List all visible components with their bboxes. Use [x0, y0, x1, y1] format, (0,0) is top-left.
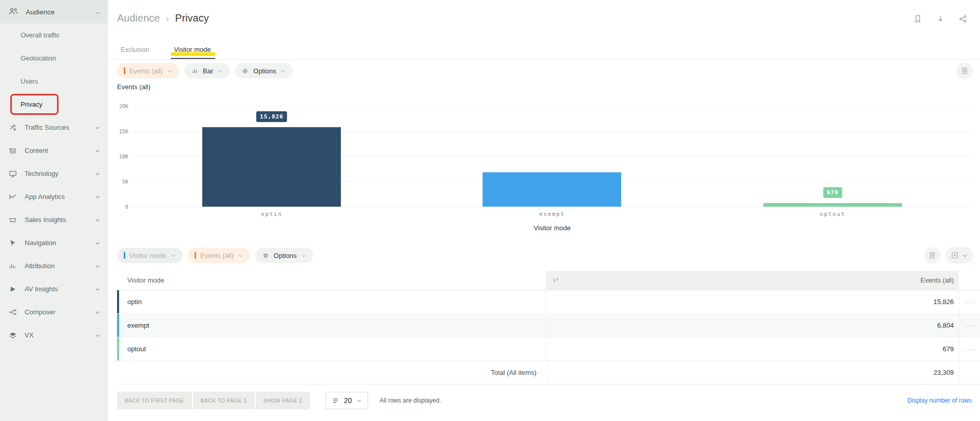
- chevron-down-icon: [301, 253, 306, 258]
- rows-per-page-select[interactable]: 20: [325, 392, 369, 409]
- sidebar-item-sales-insights[interactable]: Sales Insights: [0, 208, 108, 231]
- column-header-visitor-mode[interactable]: Visitor mode: [117, 271, 546, 290]
- bar[interactable]: [202, 127, 341, 207]
- chevron-down-icon: [94, 217, 101, 223]
- metric-color-bar: [124, 67, 125, 74]
- sidebar-item-geolocation[interactable]: Geolocation: [0, 47, 108, 70]
- x-tick: exempt: [412, 211, 692, 217]
- bookmark-icon[interactable]: [913, 14, 923, 24]
- bar[interactable]: [483, 172, 621, 207]
- active-tab-underline: [171, 58, 215, 59]
- bar-value-badge: 15,826: [256, 111, 287, 122]
- sidebar-item-composer[interactable]: Composer: [0, 300, 108, 324]
- export-chart-button[interactable]: [956, 63, 973, 79]
- chevron-down-icon: [280, 68, 286, 74]
- main-content: Audience › Privacy Exclusion Visitor mod…: [108, 0, 980, 421]
- sidebar-item-attribution[interactable]: Attribution: [0, 254, 108, 277]
- back-to-first-page-button[interactable]: BACK TO FIRST PAGE: [117, 392, 192, 409]
- x-tick: optin: [131, 211, 412, 217]
- collapse-icon[interactable]: –: [95, 8, 100, 16]
- chevron-down-icon: [94, 309, 101, 315]
- bar-column-exempt: [412, 106, 692, 207]
- sidebar-item-traffic-sources[interactable]: Traffic Sources: [0, 116, 108, 139]
- plot-area: 20K 15K 10K 5K 0 15,826 679: [131, 106, 973, 207]
- table-options-button[interactable]: Options: [255, 248, 313, 263]
- vx-icon: [8, 331, 17, 340]
- chevron-down-icon: [356, 398, 362, 404]
- sidebar-item-overall-traffic[interactable]: Overall traffic: [0, 24, 108, 47]
- bar[interactable]: [763, 203, 902, 207]
- breadcrumb-parent[interactable]: Audience: [117, 12, 160, 24]
- sidebar-item-label: Audience: [26, 8, 54, 16]
- people-icon: [8, 7, 18, 17]
- download-table-button[interactable]: [946, 247, 973, 264]
- metric-selector[interactable]: Events (all): [117, 63, 179, 78]
- sort-descending-icon[interactable]: [552, 276, 560, 284]
- row-value: 6,804: [937, 322, 954, 329]
- total-value: 23,309: [933, 369, 954, 376]
- table-row[interactable]: optout 679 ···: [117, 337, 980, 361]
- export-table-button[interactable]: [924, 247, 940, 264]
- sidebar-item-av-insights[interactable]: AV Insights: [0, 277, 108, 300]
- sidebar-item-audience[interactable]: Audience –: [0, 0, 108, 24]
- technology-icon: [8, 169, 17, 178]
- bar-column-optout: 679: [693, 106, 973, 207]
- share-icon[interactable]: [958, 14, 968, 24]
- table-row[interactable]: optin 15,826 ···: [117, 290, 980, 314]
- row-value: 679: [943, 345, 954, 353]
- page-title: Privacy: [175, 12, 209, 24]
- breadcrumb: Audience › Privacy: [117, 12, 209, 24]
- display-number-of-rows-link[interactable]: Display number of rows: [908, 397, 972, 404]
- table-row[interactable]: exempt 6,804 ···: [117, 314, 980, 337]
- table-total-row: Total (All items) 23,309: [117, 361, 980, 385]
- pagination-buttons: BACK TO FIRST PAGE BACK TO PAGE 1 SHOW P…: [117, 392, 310, 409]
- bar-chart-icon: [191, 67, 199, 75]
- y-tick: 5K: [115, 179, 128, 185]
- tab-exclusion[interactable]: Exclusion: [121, 40, 149, 59]
- dimension-selector[interactable]: Visitor mode: [117, 248, 183, 263]
- sidebar-item-app-analytics[interactable]: App Analytics: [0, 185, 108, 208]
- breadcrumb-separator-icon: ›: [166, 14, 169, 24]
- row-label: optout: [127, 345, 146, 353]
- app-analytics-icon: [8, 192, 17, 202]
- download-icon[interactable]: [936, 14, 945, 24]
- annotation-red-box: [10, 94, 59, 115]
- sidebar-item-navigation[interactable]: Navigation: [0, 231, 108, 254]
- sidebar-item-users[interactable]: Users: [0, 70, 108, 93]
- chevron-down-icon: [167, 68, 172, 74]
- chevron-down-icon: [94, 148, 101, 154]
- table-header: Visitor mode Events (all): [117, 271, 980, 290]
- row-more-actions-icon[interactable]: ···: [959, 290, 980, 313]
- header-actions: [913, 14, 968, 24]
- sidebar: Audience – Overall traffic Geolocation U…: [0, 0, 108, 421]
- tab-bar: Exclusion Visitor mode: [108, 40, 980, 59]
- back-to-page-1-button[interactable]: BACK TO PAGE 1: [193, 392, 255, 409]
- navigation-icon: [8, 238, 17, 248]
- traffic-sources-icon: [8, 123, 17, 132]
- annotation-yellow-highlight: [171, 52, 215, 56]
- rows-per-page-value: 20: [344, 396, 352, 405]
- chart-title: Events (all): [117, 83, 973, 91]
- chart-type-selector[interactable]: Bar: [184, 63, 229, 78]
- chevron-down-icon: [94, 332, 101, 338]
- chart-options-button[interactable]: Options: [235, 63, 293, 78]
- content-icon: [8, 146, 17, 155]
- sidebar-item-content[interactable]: Content: [0, 139, 108, 162]
- table-metric-selector[interactable]: Events (all): [188, 248, 250, 263]
- show-page-2-button[interactable]: SHOW PAGE 2: [256, 392, 310, 409]
- chevron-down-icon: [94, 125, 101, 131]
- chevron-down-icon: [94, 286, 101, 292]
- chart-controls: Events (all) Bar Options: [117, 63, 973, 79]
- tab-visitor-mode[interactable]: Visitor mode: [174, 40, 211, 59]
- chevron-down-icon: [962, 253, 968, 258]
- pagination-bar: BACK TO FIRST PAGE BACK TO PAGE 1 SHOW P…: [117, 392, 972, 409]
- row-more-actions-icon[interactable]: ···: [959, 314, 980, 337]
- column-header-events[interactable]: Events (all): [546, 271, 959, 290]
- sidebar-item-vx[interactable]: VX: [0, 324, 108, 347]
- sidebar-item-privacy[interactable]: Privacy: [0, 93, 108, 116]
- row-label: exempt: [127, 322, 149, 329]
- document-icon: [960, 67, 969, 75]
- sidebar-item-technology[interactable]: Technology: [0, 162, 108, 185]
- chevron-down-icon: [238, 253, 243, 258]
- row-more-actions-icon[interactable]: ···: [959, 337, 980, 360]
